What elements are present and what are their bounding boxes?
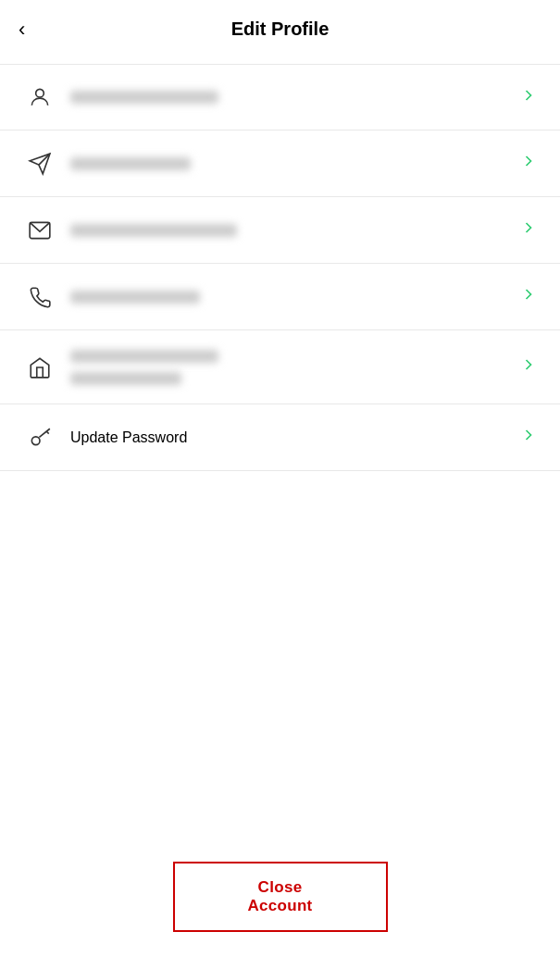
phone-value [70,291,200,304]
close-account-area: Close Account [173,862,388,932]
menu-item-name[interactable] [0,64,560,130]
password-content: Update Password [70,429,519,446]
email-value [70,224,237,237]
person-icon [22,85,57,109]
header: ‹ Edit Profile [0,0,560,55]
password-label: Update Password [70,429,519,446]
home-icon [22,355,57,379]
menu-list: Update Password [0,64,560,471]
send-icon [22,152,57,176]
name-content [70,91,519,104]
page-title: Edit Profile [231,19,330,40]
menu-item-phone[interactable] [0,264,560,330]
menu-item-username[interactable] [0,130,560,197]
address-line2 [70,372,181,385]
menu-item-password[interactable]: Update Password [0,404,560,471]
menu-item-address[interactable] [0,330,560,404]
username-value [70,157,191,170]
chevron-icon-username [519,152,538,175]
chevron-icon-password [519,426,538,449]
chevron-icon-email [519,218,538,242]
svg-point-4 [31,436,40,444]
key-icon [22,426,57,450]
chevron-icon-address [519,355,538,379]
email-content [70,224,519,237]
chevron-icon-phone [519,285,538,308]
phone-content [70,291,519,304]
phone-icon [22,285,57,309]
mail-icon [22,218,57,242]
back-button[interactable]: ‹ [19,19,25,40]
menu-item-email[interactable] [0,197,560,264]
address-content [70,350,519,385]
address-line1 [70,350,218,363]
name-value [70,91,218,104]
svg-line-6 [47,431,49,433]
username-content [70,157,519,170]
chevron-icon-name [519,86,538,109]
close-account-button[interactable]: Close Account [173,862,388,932]
svg-point-0 [36,89,44,97]
